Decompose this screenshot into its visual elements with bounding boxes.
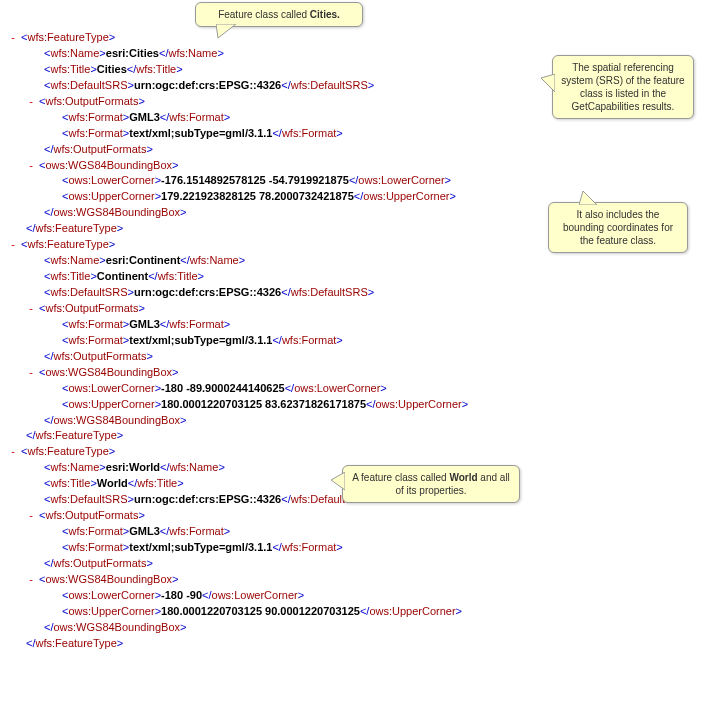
- xml-line: - <ows:WGS84BoundingBox>: [8, 158, 710, 174]
- feature-fmt2: text/xml;subType=gml/3.1.1: [129, 334, 272, 346]
- callout-text: Feature class called: [218, 9, 310, 20]
- xml-line: </ows:WGS84BoundingBox>: [8, 413, 710, 429]
- feature-name: esri:Cities: [106, 47, 159, 59]
- svg-marker-2: [579, 191, 597, 205]
- callout-world: A feature class called World and all of …: [342, 465, 520, 503]
- xml-line: <ows:UpperCorner>180.0001220703125 90.00…: [8, 604, 710, 620]
- xml-line: <wfs:Format>text/xml;subType=gml/3.1.1</…: [8, 540, 710, 556]
- xml-line: <ows:LowerCorner>-180 -90</ows:LowerCorn…: [8, 588, 710, 604]
- collapse-icon[interactable]: -: [26, 94, 36, 110]
- callout-tail-icon: [216, 24, 242, 40]
- callout-bbox: It also includes the bounding coordinate…: [548, 202, 688, 253]
- feature-upper: 180.0001220703125 83.62371826171875: [161, 398, 366, 410]
- svg-marker-3: [331, 472, 345, 490]
- xml-line: <wfs:DefaultSRS>urn:ogc:def:crs:EPSG::43…: [8, 285, 710, 301]
- xml-line: <wfs:Title>Continent</wfs:Title>: [8, 269, 710, 285]
- xml-line: </wfs:FeatureType>: [8, 428, 710, 444]
- collapse-icon[interactable]: -: [8, 237, 18, 253]
- feature-lower: -176.1514892578125 -54.7919921875: [161, 174, 349, 186]
- collapse-icon[interactable]: -: [8, 30, 18, 46]
- feature-upper: 180.0001220703125 90.0001220703125: [161, 605, 360, 617]
- feature-title: Continent: [97, 270, 148, 282]
- xml-line: <ows:UpperCorner>180.0001220703125 83.62…: [8, 397, 710, 413]
- feature-name: esri:Continent: [106, 254, 181, 266]
- callout-text: The spatial referencing system (SRS) of …: [561, 62, 684, 112]
- callout-text: A feature class called: [352, 472, 449, 483]
- xml-line: </ows:WGS84BoundingBox>: [8, 620, 710, 636]
- feature-fmt1: GML3: [129, 525, 160, 537]
- xml-line: - <wfs:FeatureType>: [8, 30, 710, 46]
- feature-fmt1: GML3: [129, 318, 160, 330]
- feature-title: World: [97, 477, 128, 489]
- feature-lower: -180 -90: [161, 589, 202, 601]
- xml-line: <wfs:Format>text/xml;subType=gml/3.1.1</…: [8, 333, 710, 349]
- xml-line: - <ows:WGS84BoundingBox>: [8, 572, 710, 588]
- callout-tail-icon: [329, 472, 345, 494]
- xml-line: - <wfs:OutputFormats>: [8, 301, 710, 317]
- feature-upper: 179.221923828125 78.2000732421875: [161, 190, 354, 202]
- xml-line: <wfs:Format>GML3</wfs:Format>: [8, 524, 710, 540]
- feature-name: esri:World: [106, 461, 160, 473]
- callout-srs: The spatial referencing system (SRS) of …: [552, 55, 694, 119]
- xml-line: <ows:LowerCorner>-176.1514892578125 -54.…: [8, 173, 710, 189]
- xml-line: <wfs:Name>esri:Continent</wfs:Name>: [8, 253, 710, 269]
- callout-text: It also includes the bounding coordinate…: [563, 209, 673, 246]
- feature-fmt1: GML3: [129, 111, 160, 123]
- feature-fmt2: text/xml;subType=gml/3.1.1: [129, 127, 272, 139]
- svg-marker-0: [216, 24, 236, 38]
- collapse-icon[interactable]: -: [26, 508, 36, 524]
- collapse-icon[interactable]: -: [26, 572, 36, 588]
- svg-marker-1: [541, 74, 555, 92]
- feature-lower: -180 -89.9000244140625: [161, 382, 285, 394]
- callout-bold: World: [449, 472, 477, 483]
- collapse-icon[interactable]: -: [26, 365, 36, 381]
- collapse-icon[interactable]: -: [26, 158, 36, 174]
- xml-line: - <wfs:FeatureType>: [8, 444, 710, 460]
- feature-srs: urn:ogc:def:crs:EPSG::4326: [134, 493, 281, 505]
- feature-fmt2: text/xml;subType=gml/3.1.1: [129, 541, 272, 553]
- callout-tail-icon: [539, 74, 555, 96]
- xml-line: <wfs:Format>GML3</wfs:Format>: [8, 317, 710, 333]
- xml-line: </wfs:FeatureType>: [8, 636, 710, 652]
- xml-line: - <wfs:OutputFormats>: [8, 508, 710, 524]
- xml-line: </wfs:OutputFormats>: [8, 142, 710, 158]
- xml-line: <ows:LowerCorner>-180 -89.9000244140625<…: [8, 381, 710, 397]
- xml-line: - <ows:WGS84BoundingBox>: [8, 365, 710, 381]
- callout-cities: Feature class called Cities.: [195, 2, 363, 27]
- xml-line: </wfs:OutputFormats>: [8, 349, 710, 365]
- callout-tail-icon: [579, 189, 601, 205]
- callout-bold: Cities.: [310, 9, 340, 20]
- collapse-icon[interactable]: -: [26, 301, 36, 317]
- feature-title: Cities: [97, 63, 127, 75]
- collapse-icon[interactable]: -: [8, 444, 18, 460]
- xml-line: <wfs:Format>text/xml;subType=gml/3.1.1</…: [8, 126, 710, 142]
- xml-line: </wfs:OutputFormats>: [8, 556, 710, 572]
- feature-srs: urn:ogc:def:crs:EPSG::4326: [134, 286, 281, 298]
- feature-srs: urn:ogc:def:crs:EPSG::4326: [134, 79, 281, 91]
